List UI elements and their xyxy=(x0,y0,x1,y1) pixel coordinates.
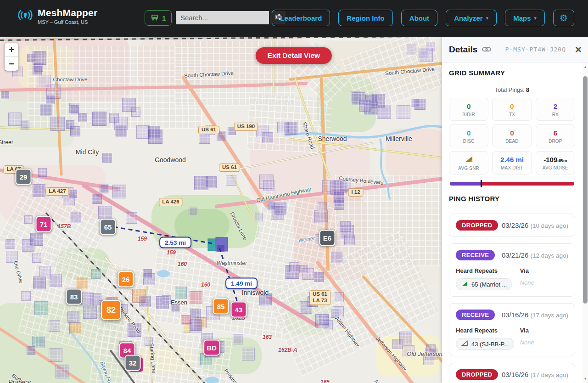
nav-button-label: Maps xyxy=(513,14,531,22)
broadcast-icon xyxy=(17,8,33,24)
map-node-marker-32[interactable]: 32 xyxy=(125,355,141,371)
map-route-shield: LA 426 xyxy=(159,198,182,206)
map-node-marker-BD[interactable]: BD xyxy=(203,340,220,356)
stat-value: 0 xyxy=(493,129,530,137)
marker-label: 26 xyxy=(122,276,130,283)
ping-date: 03/21/26 (12 days ago) xyxy=(502,251,568,259)
map-route-shield: I 12 xyxy=(348,188,363,197)
repeat-node-pill[interactable]: 43 (SJ-BB-P... xyxy=(456,338,514,350)
status-badge: DROPPED xyxy=(456,369,498,380)
vehicle-count-badge[interactable]: 1 xyxy=(145,10,172,26)
ping-history-entry: RECEIVE 03/16/26 (17 days ago) Heard Rep… xyxy=(449,303,575,356)
stat-value: 0 xyxy=(450,102,487,111)
nav-button-label: Leaderboard xyxy=(280,14,322,22)
map-node-marker-83[interactable]: 83 xyxy=(66,289,82,305)
link-icon[interactable] xyxy=(482,46,491,54)
map-route-number: 163 xyxy=(263,334,272,340)
via-label: Via xyxy=(520,267,568,274)
exit-detail-view-button[interactable]: Exit Detail View xyxy=(256,47,332,64)
stat-label: DROP xyxy=(537,139,574,144)
marker-label: E6 xyxy=(323,234,331,242)
ping-history-heading: PING HISTORY xyxy=(449,195,575,203)
nav-buttons: LeaderboardRegion InfoAboutAnalyzer▾Maps… xyxy=(272,10,574,26)
marker-label: BD xyxy=(207,344,217,352)
marker-label: 43 xyxy=(235,306,243,314)
sidebar-scrollbar[interactable]: ▲ ▼ xyxy=(582,62,588,383)
nav-button-maps[interactable]: Maps▾ xyxy=(505,10,545,26)
stat-card-max-dist: 2.46 mi MAX DIST xyxy=(492,151,532,175)
map-route-shield: US 61 xyxy=(219,163,240,172)
map-route-shield: LA 427 xyxy=(45,187,69,196)
map-node-marker-43[interactable]: 43 xyxy=(231,302,247,318)
map-node-marker-26[interactable]: 26 xyxy=(118,271,134,287)
via-label: Via xyxy=(520,327,568,334)
navbar: MeshMapper MSY – Gulf Coast, US 1 xyxy=(0,0,588,37)
details-sidebar: Details P-MSY-PT4W-J20Q × GRID SUMMARY T… xyxy=(442,37,588,383)
details-header: Details P-MSY-PT4W-J20Q × xyxy=(442,37,588,62)
map-node-marker-71[interactable]: 71 xyxy=(36,216,52,232)
stat-label: AVG SNR xyxy=(450,166,487,171)
stat-value: 0 xyxy=(450,129,487,137)
details-content: GRID SUMMARY Total Pings: 8 0 BIDIR0 TX2… xyxy=(442,62,582,383)
marker-label: 82 xyxy=(106,305,116,315)
search-input[interactable] xyxy=(176,11,269,24)
map-node-marker-29[interactable]: 29 xyxy=(16,169,32,185)
map-place-label: Essen xyxy=(171,299,187,306)
map-place-label: Street xyxy=(0,139,13,146)
nav-button-leaderboard[interactable]: Leaderboard xyxy=(272,10,330,26)
stat-value: 2.46 mi xyxy=(493,155,530,164)
repeat-node-pill[interactable]: 65 (Marriot ... xyxy=(456,278,512,290)
stat-card-drop: 6 DROP xyxy=(536,124,575,147)
map-route-shield: US 190 xyxy=(234,123,258,131)
grid-summary-stats: 0 BIDIR0 TX2 RX0 DISC0 DEAD6 DROP AVG SN… xyxy=(449,98,575,175)
nav-button-label: Analyzer xyxy=(454,14,483,22)
privacy-link[interactable]: Privacy xyxy=(8,378,31,383)
car-icon xyxy=(151,14,159,23)
map-canvas[interactable]: Mid CityGoodwoodSherwoodMillervilleWestm… xyxy=(0,37,442,383)
stat-label: AVG NOISE xyxy=(537,165,574,170)
app-title: MeshMapper xyxy=(38,7,97,18)
ping-history-list: DROPPED 03/23/26 (10 days ago) RECEIVE 0… xyxy=(449,214,575,383)
grid-summary-heading: GRID SUMMARY xyxy=(449,69,575,77)
map-route-number: 157B xyxy=(58,223,71,230)
marker-label: 84 xyxy=(123,347,131,355)
close-icon[interactable]: × xyxy=(575,44,582,55)
stat-value xyxy=(450,155,487,164)
map-route-number: 160 xyxy=(201,282,210,288)
nav-button-analyzer[interactable]: Analyzer▾ xyxy=(446,10,497,26)
nav-button-label: About xyxy=(409,14,429,22)
ping-date: 03/16/26 (17 days ago) xyxy=(502,371,568,378)
nav-button-region-info[interactable]: Region Info xyxy=(338,10,393,26)
node-id: P-MSY-PT4W-J20Q xyxy=(505,46,566,53)
distance-label: 1.49 mi xyxy=(225,278,258,289)
map-place-label: Millerville xyxy=(386,135,412,142)
signal-green-icon xyxy=(461,281,468,288)
stat-value: 0 xyxy=(493,102,530,111)
settings-button[interactable]: ⚙ xyxy=(553,10,574,26)
map-node-marker-85[interactable]: 85 xyxy=(213,299,229,315)
map-node-marker-82[interactable]: 82 xyxy=(101,300,121,320)
gear-icon: ⚙ xyxy=(560,12,568,23)
scrollbar-thumb[interactable] xyxy=(583,76,588,304)
stat-card-bidir: 0 BIDIR xyxy=(449,98,488,121)
details-title: Details xyxy=(449,45,477,55)
ping-date: 03/16/26 (17 days ago) xyxy=(502,311,568,319)
logo: MeshMapper MSY – Gulf Coast, US xyxy=(17,7,97,25)
ping-ratio-bar xyxy=(450,182,574,186)
nav-button-label: Region Info xyxy=(347,14,385,22)
scroll-up-icon[interactable]: ▲ xyxy=(582,65,588,68)
nav-button-about[interactable]: About xyxy=(401,10,437,26)
marker-label: 83 xyxy=(70,293,78,301)
stat-value: 2 xyxy=(537,102,574,111)
map-place-label: Sherwood xyxy=(318,135,347,142)
zoom-out-button[interactable]: − xyxy=(5,57,18,71)
chevron-down-icon: ▾ xyxy=(486,15,489,21)
stat-label: RX xyxy=(537,112,574,117)
zoom-in-button[interactable]: + xyxy=(5,43,18,57)
scroll-down-icon[interactable]: ▼ xyxy=(582,377,588,380)
bar-segment xyxy=(450,182,481,186)
map-route-number: 162B-A xyxy=(278,347,297,353)
map-road-label: Choctaw Drive xyxy=(53,77,88,82)
map-node-marker-E6[interactable]: E6 xyxy=(319,230,336,246)
map-node-marker-65[interactable]: 65 xyxy=(100,219,116,235)
